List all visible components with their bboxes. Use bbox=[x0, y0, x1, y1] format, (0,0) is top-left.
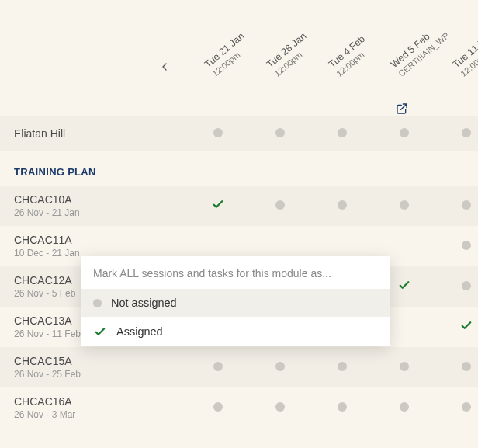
date-header-3[interactable]: Wed 5 Feb CERTIIIAIN_WP bbox=[388, 20, 452, 79]
not-assigned-icon bbox=[462, 241, 471, 250]
not-assigned-icon bbox=[462, 362, 471, 371]
not-assigned-icon bbox=[400, 200, 409, 210]
check-icon bbox=[459, 318, 473, 332]
date-header-4[interactable]: Tue 11 Feb 12:00pm bbox=[450, 30, 478, 79]
status-cell[interactable] bbox=[211, 197, 225, 214]
not-assigned-icon bbox=[462, 281, 471, 290]
module-row: CHCAC15A26 Nov - 25 Feb bbox=[0, 347, 478, 387]
date-header-2[interactable]: Tue 4 Feb 12:00pm bbox=[326, 33, 375, 79]
not-assigned-icon bbox=[400, 128, 409, 137]
status-cell[interactable] bbox=[338, 199, 347, 213]
not-assigned-icon bbox=[213, 402, 223, 412]
status-cell[interactable] bbox=[459, 318, 473, 335]
date-header-0[interactable]: Tue 21 Jan 12:00pm bbox=[202, 30, 254, 79]
not-assigned-icon bbox=[213, 128, 223, 137]
popup-option-label: Not assigned bbox=[111, 297, 177, 309]
check-icon bbox=[397, 278, 411, 292]
module-row: CHCAC16A26 Nov - 3 Mar bbox=[0, 387, 478, 428]
not-assigned-icon bbox=[275, 362, 285, 371]
not-assigned-icon bbox=[462, 402, 471, 412]
module-code[interactable]: CHCAC16A bbox=[14, 395, 192, 408]
status-cell[interactable] bbox=[338, 401, 347, 415]
popup-option-label: Assigned bbox=[116, 325, 163, 338]
module-code[interactable]: CHCAC10A bbox=[14, 193, 192, 206]
not-assigned-icon bbox=[462, 200, 471, 210]
check-icon bbox=[211, 197, 225, 211]
check-icon bbox=[93, 325, 107, 339]
popup-title: Mark ALL sessions and tasks for this mod… bbox=[81, 256, 390, 289]
mark-module-popup: Mark ALL sessions and tasks for this mod… bbox=[81, 256, 390, 346]
popup-option-assigned[interactable]: Assigned bbox=[81, 317, 390, 346]
module-date-range: 26 Nov - 21 Jan bbox=[14, 207, 192, 218]
status-cell[interactable] bbox=[338, 127, 347, 141]
not-assigned-icon bbox=[275, 402, 285, 412]
not-assigned-icon bbox=[275, 128, 285, 137]
chevron-left-icon bbox=[158, 61, 171, 73]
status-cell[interactable] bbox=[275, 360, 285, 374]
open-external-button[interactable] bbox=[396, 102, 408, 118]
status-cell[interactable] bbox=[462, 239, 471, 253]
status-cell[interactable] bbox=[462, 360, 471, 374]
module-date-range: 26 Nov - 25 Feb bbox=[14, 369, 192, 380]
status-cell[interactable] bbox=[462, 127, 471, 141]
not-assigned-icon bbox=[338, 402, 347, 412]
student-row: Eliatan Hill bbox=[0, 116, 478, 151]
status-cell[interactable] bbox=[397, 278, 411, 295]
status-cell[interactable] bbox=[400, 127, 409, 141]
status-cell[interactable] bbox=[462, 199, 471, 213]
launch-icon bbox=[396, 102, 408, 115]
student-name: Eliatan Hill bbox=[14, 127, 192, 140]
status-cell[interactable] bbox=[213, 127, 223, 141]
not-assigned-icon bbox=[213, 362, 223, 371]
status-cell[interactable] bbox=[213, 360, 223, 374]
date-header-1[interactable]: Tue 28 Jan 12:00pm bbox=[264, 30, 316, 79]
status-cell[interactable] bbox=[275, 401, 285, 415]
status-cell[interactable] bbox=[213, 401, 223, 415]
not-assigned-icon bbox=[462, 128, 471, 137]
nav-prev-button[interactable] bbox=[158, 61, 171, 77]
status-cell[interactable] bbox=[400, 199, 409, 213]
status-cell[interactable] bbox=[400, 360, 409, 374]
column-header-row: Tue 21 Jan 12:00pm Tue 28 Jan 12:00pm Tu… bbox=[0, 0, 478, 116]
not-assigned-icon bbox=[275, 200, 285, 210]
not-assigned-icon bbox=[338, 128, 347, 137]
status-cell[interactable] bbox=[275, 127, 285, 141]
not-assigned-icon bbox=[400, 402, 409, 412]
not-assigned-icon bbox=[338, 200, 347, 210]
section-title: TRAINING PLAN bbox=[0, 151, 478, 186]
module-date-range: 26 Nov - 3 Mar bbox=[14, 409, 192, 420]
module-row: CHCAC10A26 Nov - 21 Jan bbox=[0, 186, 478, 226]
status-cell[interactable] bbox=[462, 280, 471, 293]
module-code[interactable]: CHCAC11A bbox=[14, 234, 192, 246]
status-cell[interactable] bbox=[275, 199, 285, 213]
popup-option-not-assigned[interactable]: Not assigned bbox=[81, 289, 390, 317]
not-assigned-icon bbox=[93, 299, 102, 307]
status-cell[interactable] bbox=[338, 360, 347, 374]
not-assigned-icon bbox=[400, 362, 409, 371]
not-assigned-icon bbox=[338, 362, 347, 371]
module-code[interactable]: CHCAC15A bbox=[14, 355, 192, 367]
status-cell[interactable] bbox=[400, 401, 409, 415]
status-cell[interactable] bbox=[462, 401, 471, 415]
